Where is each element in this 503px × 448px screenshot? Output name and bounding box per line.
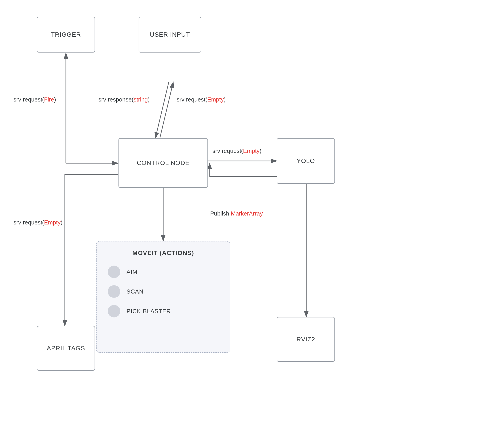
april-tags-node: APRIL TAGS (37, 326, 95, 371)
rviz2-node: RVIZ2 (277, 317, 335, 362)
svg-line-5 (155, 82, 169, 138)
user-input-node: USER INPUT (139, 17, 201, 52)
rviz2-label: RVIZ2 (296, 336, 315, 343)
user-input-label: USER INPUT (150, 31, 190, 38)
moveit-title: MOVEIT (ACTIONS) (108, 250, 219, 257)
pick-blaster-circle[interactable] (108, 305, 120, 318)
aim-label: AIM (127, 269, 137, 275)
moveit-content: MOVEIT (ACTIONS) AIM SCAN PICK BLASTER (97, 241, 230, 325)
scan-label: SCAN (127, 288, 144, 295)
april-tags-label: APRIL TAGS (47, 345, 85, 352)
srv-request-empty-top-label: srv request(Empty) (177, 96, 226, 103)
action-item-scan: SCAN (108, 285, 219, 298)
srv-request-empty-left-label: srv request(Empty) (13, 219, 63, 226)
srv-response-string-label: srv response(string) (98, 96, 150, 103)
moveit-node: MOVEIT (ACTIONS) AIM SCAN PICK BLASTER (96, 241, 230, 353)
control-node-label: CONTROL NODE (137, 160, 190, 167)
action-item-aim: AIM (108, 266, 219, 278)
pick-blaster-label: PICK BLASTER (127, 308, 171, 315)
action-item-pick-blaster: PICK BLASTER (108, 305, 219, 318)
publish-marker-array-label: Publish MarkerArray (210, 210, 263, 217)
trigger-node: TRIGGER (37, 17, 95, 52)
yolo-node: YOLO (277, 138, 335, 184)
srv-request-empty-right-label: srv request(Empty) (212, 147, 261, 155)
yolo-label: YOLO (297, 157, 315, 164)
control-node: CONTROL NODE (118, 138, 208, 188)
svg-line-6 (160, 82, 173, 138)
srv-request-fire-label: srv request(Fire) (13, 96, 56, 103)
aim-circle[interactable] (108, 266, 120, 278)
trigger-label: TRIGGER (51, 31, 81, 38)
scan-circle[interactable] (108, 285, 120, 298)
